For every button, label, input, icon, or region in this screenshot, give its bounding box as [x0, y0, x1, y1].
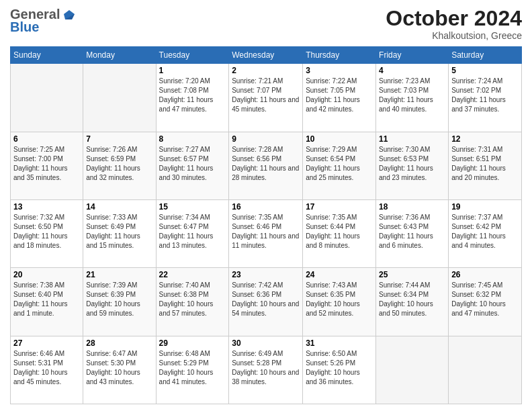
calendar-cell: 4Sunrise: 7:23 AM Sunset: 7:03 PM Daylig…: [376, 64, 449, 132]
day-number: 27: [13, 338, 80, 348]
day-number: 20: [13, 270, 80, 279]
calendar-cell: 29Sunrise: 6:48 AM Sunset: 5:29 PM Dayli…: [156, 336, 229, 404]
day-info: Sunrise: 7:40 AM Sunset: 6:38 PM Dayligh…: [159, 281, 226, 318]
page: General Blue October 2024 Khalkoutsion, …: [0, 0, 532, 411]
calendar-week-row: 13Sunrise: 7:32 AM Sunset: 6:50 PM Dayli…: [11, 199, 522, 267]
day-info: Sunrise: 7:27 AM Sunset: 6:57 PM Dayligh…: [159, 145, 226, 183]
day-number: 16: [232, 202, 300, 212]
calendar-week-row: 20Sunrise: 7:38 AM Sunset: 6:40 PM Dayli…: [11, 268, 522, 336]
calendar-header-wednesday: Wednesday: [229, 47, 303, 64]
day-info: Sunrise: 7:22 AM Sunset: 7:05 PM Dayligh…: [306, 77, 373, 114]
calendar-header-tuesday: Tuesday: [156, 47, 229, 64]
calendar-cell: 13Sunrise: 7:32 AM Sunset: 6:50 PM Dayli…: [11, 199, 83, 267]
calendar-cell: 21Sunrise: 7:39 AM Sunset: 6:39 PM Dayli…: [83, 268, 156, 336]
day-info: Sunrise: 7:23 AM Sunset: 7:03 PM Dayligh…: [379, 77, 445, 114]
calendar-cell: 6Sunrise: 7:25 AM Sunset: 7:00 PM Daylig…: [11, 132, 83, 199]
day-number: 30: [232, 338, 300, 348]
day-info: Sunrise: 7:32 AM Sunset: 6:50 PM Dayligh…: [13, 213, 80, 250]
day-info: Sunrise: 7:28 AM Sunset: 6:56 PM Dayligh…: [232, 145, 300, 183]
day-info: Sunrise: 7:26 AM Sunset: 6:59 PM Dayligh…: [86, 145, 152, 183]
day-info: Sunrise: 7:35 AM Sunset: 6:46 PM Dayligh…: [232, 213, 300, 250]
day-info: Sunrise: 7:33 AM Sunset: 6:49 PM Dayligh…: [86, 213, 152, 250]
calendar-header-monday: Monday: [83, 47, 156, 64]
day-info: Sunrise: 6:50 AM Sunset: 5:26 PM Dayligh…: [306, 349, 373, 387]
calendar-cell: [11, 64, 83, 132]
day-number: 31: [306, 338, 373, 348]
day-info: Sunrise: 7:44 AM Sunset: 6:34 PM Dayligh…: [379, 281, 445, 318]
calendar-cell: 8Sunrise: 7:27 AM Sunset: 6:57 PM Daylig…: [156, 132, 229, 199]
title-area: October 2024 Khalkoutsion, Greece: [386, 7, 522, 41]
day-number: 17: [306, 202, 373, 212]
logo-icon: [61, 7, 76, 22]
day-info: Sunrise: 7:20 AM Sunset: 7:08 PM Dayligh…: [159, 77, 226, 114]
calendar-cell: 16Sunrise: 7:35 AM Sunset: 6:46 PM Dayli…: [229, 199, 303, 267]
calendar-table: SundayMondayTuesdayWednesdayThursdayFrid…: [10, 46, 522, 404]
calendar-cell: 27Sunrise: 6:46 AM Sunset: 5:31 PM Dayli…: [11, 336, 83, 404]
calendar-cell: 30Sunrise: 6:49 AM Sunset: 5:28 PM Dayli…: [229, 336, 303, 404]
calendar-header-thursday: Thursday: [303, 47, 376, 64]
calendar-cell: 9Sunrise: 7:28 AM Sunset: 6:56 PM Daylig…: [229, 132, 303, 199]
calendar-cell: 14Sunrise: 7:33 AM Sunset: 6:49 PM Dayli…: [83, 199, 156, 267]
day-info: Sunrise: 7:30 AM Sunset: 6:53 PM Dayligh…: [379, 145, 445, 183]
calendar-cell: 17Sunrise: 7:35 AM Sunset: 6:44 PM Dayli…: [303, 199, 376, 267]
day-number: 23: [232, 270, 300, 279]
day-number: 12: [451, 134, 519, 144]
calendar-cell: 3Sunrise: 7:22 AM Sunset: 7:05 PM Daylig…: [303, 64, 376, 132]
calendar-cell: 23Sunrise: 7:42 AM Sunset: 6:36 PM Dayli…: [229, 268, 303, 336]
day-info: Sunrise: 7:25 AM Sunset: 7:00 PM Dayligh…: [13, 145, 80, 183]
day-number: 22: [159, 270, 226, 279]
calendar-cell: 18Sunrise: 7:36 AM Sunset: 6:43 PM Dayli…: [376, 199, 449, 267]
calendar-cell: 19Sunrise: 7:37 AM Sunset: 6:42 PM Dayli…: [449, 199, 522, 267]
day-number: 5: [451, 66, 519, 75]
day-info: Sunrise: 7:37 AM Sunset: 6:42 PM Dayligh…: [451, 213, 519, 250]
calendar-cell: 25Sunrise: 7:44 AM Sunset: 6:34 PM Dayli…: [376, 268, 449, 336]
day-number: 14: [86, 202, 152, 212]
day-info: Sunrise: 7:31 AM Sunset: 6:51 PM Dayligh…: [451, 145, 519, 183]
calendar-cell: 7Sunrise: 7:26 AM Sunset: 6:59 PM Daylig…: [83, 132, 156, 199]
calendar-cell: 12Sunrise: 7:31 AM Sunset: 6:51 PM Dayli…: [449, 132, 522, 199]
day-number: 25: [379, 270, 445, 279]
day-info: Sunrise: 6:46 AM Sunset: 5:31 PM Dayligh…: [13, 349, 80, 387]
calendar-cell: 20Sunrise: 7:38 AM Sunset: 6:40 PM Dayli…: [11, 268, 83, 336]
calendar-week-row: 6Sunrise: 7:25 AM Sunset: 7:00 PM Daylig…: [11, 132, 522, 199]
day-info: Sunrise: 7:29 AM Sunset: 6:54 PM Dayligh…: [306, 145, 373, 183]
day-number: 6: [13, 134, 80, 144]
calendar-cell: 2Sunrise: 7:21 AM Sunset: 7:07 PM Daylig…: [229, 64, 303, 132]
day-info: Sunrise: 6:47 AM Sunset: 5:30 PM Dayligh…: [86, 349, 152, 387]
calendar-week-row: 27Sunrise: 6:46 AM Sunset: 5:31 PM Dayli…: [11, 336, 522, 404]
calendar-cell: 10Sunrise: 7:29 AM Sunset: 6:54 PM Dayli…: [303, 132, 376, 199]
day-number: 13: [13, 202, 80, 212]
day-number: 11: [379, 134, 445, 144]
day-number: 15: [159, 202, 226, 212]
calendar-cell: [376, 336, 449, 404]
location: Khalkoutsion, Greece: [386, 30, 522, 41]
day-number: 2: [232, 66, 300, 75]
calendar-cell: 5Sunrise: 7:24 AM Sunset: 7:02 PM Daylig…: [449, 64, 522, 132]
day-info: Sunrise: 7:35 AM Sunset: 6:44 PM Dayligh…: [306, 213, 373, 250]
calendar-cell: [83, 64, 156, 132]
day-info: Sunrise: 6:49 AM Sunset: 5:28 PM Dayligh…: [232, 349, 300, 387]
day-info: Sunrise: 7:43 AM Sunset: 6:35 PM Dayligh…: [306, 281, 373, 318]
calendar-cell: 28Sunrise: 6:47 AM Sunset: 5:30 PM Dayli…: [83, 336, 156, 404]
calendar-header-row: SundayMondayTuesdayWednesdayThursdayFrid…: [11, 47, 522, 64]
day-info: Sunrise: 6:48 AM Sunset: 5:29 PM Dayligh…: [159, 349, 226, 387]
day-info: Sunrise: 7:21 AM Sunset: 7:07 PM Dayligh…: [232, 77, 300, 114]
day-number: 1: [159, 66, 226, 75]
day-info: Sunrise: 7:24 AM Sunset: 7:02 PM Dayligh…: [451, 77, 519, 114]
day-number: 24: [306, 270, 373, 279]
calendar-cell: 22Sunrise: 7:40 AM Sunset: 6:38 PM Dayli…: [156, 268, 229, 336]
header: General Blue October 2024 Khalkoutsion, …: [10, 7, 522, 41]
day-info: Sunrise: 7:36 AM Sunset: 6:43 PM Dayligh…: [379, 213, 445, 250]
day-number: 4: [379, 66, 445, 75]
day-number: 18: [379, 202, 445, 212]
calendar-cell: 31Sunrise: 6:50 AM Sunset: 5:26 PM Dayli…: [303, 336, 376, 404]
calendar-week-row: 1Sunrise: 7:20 AM Sunset: 7:08 PM Daylig…: [11, 64, 522, 132]
day-number: 29: [159, 338, 226, 348]
calendar-cell: 11Sunrise: 7:30 AM Sunset: 6:53 PM Dayli…: [376, 132, 449, 199]
logo-blue: Blue: [10, 19, 39, 35]
day-number: 21: [86, 270, 152, 279]
calendar-header-saturday: Saturday: [449, 47, 522, 64]
calendar-header-friday: Friday: [376, 47, 449, 64]
calendar-cell: 26Sunrise: 7:45 AM Sunset: 6:32 PM Dayli…: [449, 268, 522, 336]
day-number: 19: [451, 202, 519, 212]
